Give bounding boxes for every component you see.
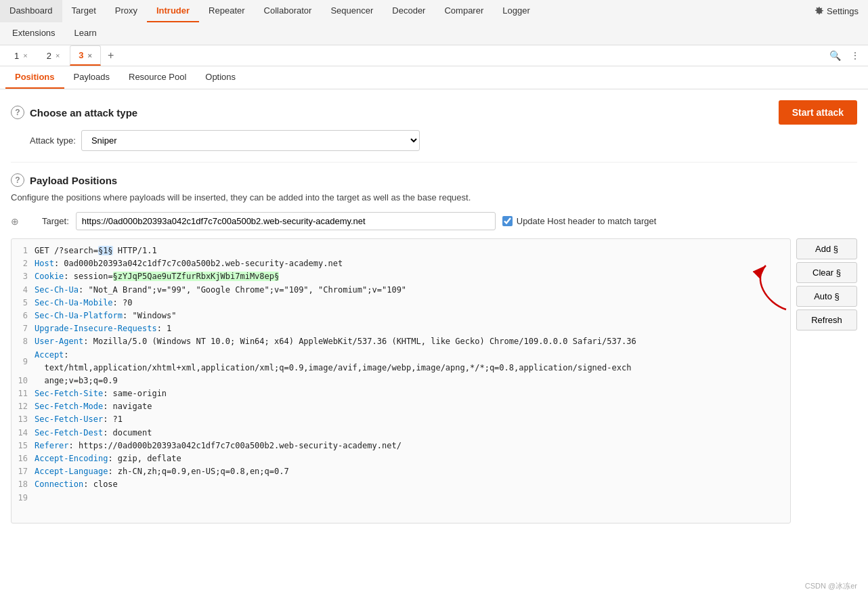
refresh-button[interactable]: Refresh bbox=[796, 309, 857, 330]
nav-decoder[interactable]: Decoder bbox=[383, 0, 435, 22]
request-line-14: Referer: https://0ad000b20393a042c1df7c7… bbox=[35, 440, 636, 452]
nav-comparer[interactable]: Comparer bbox=[435, 0, 493, 22]
request-line-8: User-Agent: Mozilla/5.0 (Windows NT 10.0… bbox=[35, 335, 636, 348]
request-line-6: Sec-Ch-Ua-Platform: "Windows" bbox=[35, 309, 636, 322]
request-line-16: Accept-Language: zh-CN,zh;q=0.9,en-US;q=… bbox=[35, 465, 636, 478]
sub-tab-options[interactable]: Options bbox=[196, 66, 245, 89]
tab-2[interactable]: 2 × bbox=[38, 46, 69, 66]
target-input[interactable] bbox=[76, 212, 496, 230]
target-crosshair-icon: ⊕ bbox=[11, 216, 19, 227]
request-content: GET /?search=§1§ HTTP/1.1 Host: 0ad000b2… bbox=[32, 239, 642, 523]
sub-tab-positions[interactable]: Positions bbox=[5, 66, 64, 89]
request-line-4: Sec-Ch-Ua: "Not_A Brand";v="99", "Google… bbox=[35, 284, 636, 297]
request-line-12: Sec-Fetch-User: ?1 bbox=[35, 413, 636, 426]
attack-type-select[interactable]: Sniper Battering ram Pitchfork Cluster b… bbox=[81, 130, 420, 151]
request-line-5: Sec-Ch-Ua-Mobile: ?0 bbox=[35, 297, 636, 309]
attack-type-help-icon[interactable]: ? bbox=[11, 106, 24, 119]
nav-intruder[interactable]: Intruder bbox=[147, 0, 199, 22]
target-row: ⊕ Target: Update Host header to match ta… bbox=[11, 212, 857, 230]
update-host-checkbox[interactable] bbox=[502, 216, 513, 226]
nav-extensions[interactable]: Extensions bbox=[3, 22, 65, 45]
gear-icon bbox=[815, 7, 824, 16]
positions-help-icon[interactable]: ? bbox=[11, 173, 24, 187]
request-line-15: Accept-Encoding: gzip, deflate bbox=[35, 452, 636, 465]
attack-type-title: Choose an attack type bbox=[30, 107, 137, 119]
request-line-9: Accept: text/html,application/xhtml+xml,… bbox=[35, 349, 636, 388]
tab-1-close[interactable]: × bbox=[23, 51, 27, 60]
nav-settings[interactable]: Settings bbox=[805, 1, 868, 22]
tab-add-button[interactable]: + bbox=[102, 47, 119, 64]
request-line-19 bbox=[35, 505, 636, 517]
request-line-3: Cookie: session=§zYJqP5Qae9uTZfurRbxKjWb… bbox=[35, 270, 636, 283]
request-line-11: Sec-Fetch-Mode: navigate bbox=[35, 400, 636, 413]
nav-proxy[interactable]: Proxy bbox=[106, 0, 147, 22]
editor-buttons: Add § Clear § Auto § Refresh bbox=[796, 238, 857, 330]
sub-tabs: Positions Payloads Resource Pool Options bbox=[0, 66, 868, 89]
start-attack-button[interactable]: Start attack bbox=[779, 100, 857, 125]
nav-repeater[interactable]: Repeater bbox=[199, 0, 254, 22]
positions-description: Configure the positions where payloads w… bbox=[11, 192, 857, 202]
clear-section-button[interactable]: Clear § bbox=[796, 262, 857, 283]
request-line-18 bbox=[35, 492, 636, 505]
attack-type-label: Attack type: bbox=[30, 135, 76, 146]
tab-3-close[interactable]: × bbox=[88, 51, 92, 60]
positions-title: Payload Positions bbox=[30, 175, 117, 186]
add-section-button[interactable]: Add § bbox=[796, 238, 857, 259]
more-options-icon[interactable]: ⋮ bbox=[848, 47, 863, 64]
tab-bar-right: 🔍 ⋮ bbox=[827, 47, 863, 64]
nav-logger[interactable]: Logger bbox=[493, 0, 539, 22]
editor-area: 12345 6789 1011121314 1516171819 GET /?s… bbox=[11, 238, 857, 524]
tab-1[interactable]: 1 × bbox=[5, 46, 37, 66]
settings-label: Settings bbox=[827, 6, 859, 16]
auto-section-button[interactable]: Auto § bbox=[796, 286, 857, 307]
nav-sequencer[interactable]: Sequencer bbox=[321, 0, 383, 22]
request-line-7: Upgrade-Insecure-Requests: 1 bbox=[35, 322, 636, 335]
tab-2-close[interactable]: × bbox=[56, 51, 60, 60]
search-icon[interactable]: 🔍 bbox=[827, 47, 844, 64]
request-line-1: GET /?search=§1§ HTTP/1.1 bbox=[35, 244, 636, 257]
sub-tab-resource-pool[interactable]: Resource Pool bbox=[119, 66, 196, 89]
sub-tab-payloads[interactable]: Payloads bbox=[64, 66, 119, 89]
nav-target[interactable]: Target bbox=[62, 0, 106, 22]
request-line-10: Sec-Fetch-Site: same-origin bbox=[35, 387, 636, 400]
nav-dashboard[interactable]: Dashboard bbox=[0, 0, 62, 22]
nav-collaborator[interactable]: Collaborator bbox=[255, 0, 322, 22]
main-content: ? Choose an attack type Start attack Att… bbox=[0, 89, 868, 534]
tab-bar: 1 × 2 × 3 × + 🔍 ⋮ bbox=[0, 45, 868, 66]
update-host-label: Update Host header to match target bbox=[517, 216, 657, 226]
request-line-13: Sec-Fetch-Dest: document bbox=[35, 427, 636, 440]
request-line-17: Connection: close bbox=[35, 478, 636, 491]
attack-type-section-header: ? Choose an attack type Start attack bbox=[11, 100, 857, 125]
target-label: Target: bbox=[42, 216, 69, 226]
line-numbers: 12345 6789 1011121314 1516171819 bbox=[12, 239, 32, 523]
request-line-2: Host: 0ad000b20393a042c1df7c7c00a500b2.w… bbox=[35, 257, 636, 270]
update-host-row: Update Host header to match target bbox=[502, 216, 657, 226]
nav-learn[interactable]: Learn bbox=[65, 22, 106, 45]
tab-3[interactable]: 3 × bbox=[70, 45, 101, 66]
